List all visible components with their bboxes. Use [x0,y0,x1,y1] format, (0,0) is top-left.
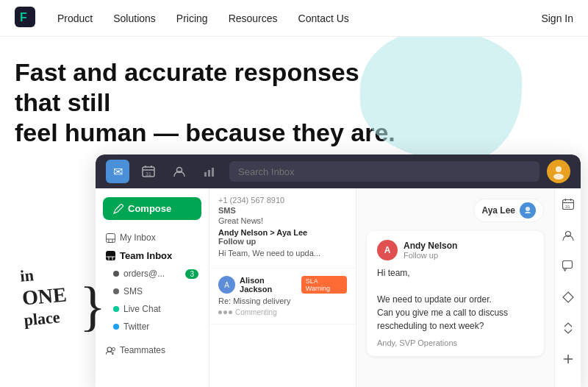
nav-solutions[interactable]: Solutions [113,13,156,24]
svg-point-14 [553,174,564,180]
sms-channel-dot [113,288,119,294]
sla-badge: SLA Warning [301,276,347,294]
handwritten-text: in ONE place [19,263,69,330]
message-card: A Andy Nelson Follow up Hi team, We need… [367,231,544,356]
analytics-icon[interactable] [198,160,222,183]
conv2-avatar: A [218,276,235,294]
sidebar-teammates[interactable]: Teammates [96,341,209,359]
svg-point-17 [107,347,112,352]
svg-point-18 [112,347,115,350]
conversation-item-1[interactable]: +1 (234) 567 8910 SMS Great News! Andy N… [209,188,356,269]
sidebar: Compose My Inbox Team Inbox [96,188,209,387]
signin-link[interactable]: Sign In [541,13,573,24]
message-footer: Andy, SVP Operations [377,338,534,347]
svg-point-20 [526,207,530,211]
sidebar-team-inbox[interactable]: Team Inbox [96,246,209,265]
compose-button[interactable]: Compose [103,197,201,220]
contacts-right-icon[interactable] [558,225,578,246]
chat-header: Aya Lee [367,199,544,222]
email-channel-dot [113,271,119,277]
conv2-sender: Alison Jackson [240,276,297,294]
app-screenshot: ✉ 31 [96,155,581,387]
svg-rect-15 [107,233,115,242]
sidebar-sms-channel[interactable]: SMS [96,283,209,300]
sender-avatar: A [377,240,398,260]
navbar: F Product Solutions Pricing Resources Co… [0,0,588,37]
right-panel: 31 [554,188,581,387]
orders-badge: 3 [185,269,198,279]
agent-avatar-icon [520,202,536,219]
conv-preview: Great News! [218,216,347,225]
conv-body: Hi Team, We need to upda... [218,249,347,258]
app-body: Compose My Inbox Team Inbox [96,188,581,387]
diamond-right-icon[interactable] [558,287,578,308]
message-tag: Follow up [404,251,457,260]
sidebar-twitter-channel[interactable]: Twitter [96,318,209,335]
svg-rect-16 [107,252,115,260]
svg-rect-8 [204,172,207,177]
conv-type: SMS [218,206,347,215]
search-input[interactable] [229,161,539,182]
message-body: Hi team, We need to update our order. Ca… [377,266,534,333]
chat-channel-dot [113,306,119,312]
conversation-item-2[interactable]: A Alison Jackson SLA Warning Re: Missing… [209,269,356,324]
svg-text:31: 31 [565,205,570,209]
message-sender: Andy Nelson [404,241,457,251]
plus-right-icon[interactable] [558,349,578,369]
conv2-subject: Re: Missing delivery [218,297,347,305]
svg-text:F: F [20,11,27,24]
conv-sender: Andy Nelson > Aya Lee [218,228,347,237]
conv2-meta: Commenting [218,308,347,316]
svg-rect-11 [215,166,216,177]
chat-right-icon[interactable] [558,256,578,277]
svg-text:31: 31 [146,171,151,177]
calendar-icon[interactable]: 31 [137,160,160,183]
svg-rect-10 [212,168,214,177]
conv-phone: +1 (234) 567 8910 [218,196,347,205]
nav-pricing[interactable]: Pricing [176,13,208,24]
sidebar-orders-channel[interactable]: orders@... 3 [96,265,209,283]
app-topbar: ✉ 31 [96,155,581,188]
svg-rect-27 [562,261,572,269]
svg-rect-9 [208,170,210,177]
sidebar-livechat-channel[interactable]: Live Chat [96,300,209,318]
conv-subject: Follow up [218,237,347,246]
logo[interactable]: F [15,7,35,30]
commenting-dots [218,310,232,314]
nav-contact[interactable]: Contact Us [298,13,349,24]
hero-title: Fast and accurate responses that still f… [15,57,397,147]
agent-badge: Aya Lee [473,199,544,222]
sidebar-my-inbox[interactable]: My Inbox [96,229,209,246]
nav-links: Product Solutions Pricing Resources Cont… [57,13,541,24]
user-avatar[interactable] [547,160,570,183]
chat-panel: Aya Lee A Andy Nelson Follow [356,188,554,387]
nav-resources[interactable]: Resources [229,13,278,24]
inbox-icon[interactable]: ✉ [106,160,129,183]
message-header: A Andy Nelson Follow up [377,240,534,260]
contacts-icon[interactable] [168,160,191,183]
calendar-right-icon[interactable]: 31 [558,194,578,215]
arrows-right-icon[interactable] [558,318,578,338]
twitter-channel-dot [113,324,119,330]
nav-product[interactable]: Product [57,13,93,24]
brace-connector: } [79,278,106,333]
svg-point-13 [556,166,562,172]
conversation-list: +1 (234) 567 8910 SMS Great News! Andy N… [209,188,356,387]
